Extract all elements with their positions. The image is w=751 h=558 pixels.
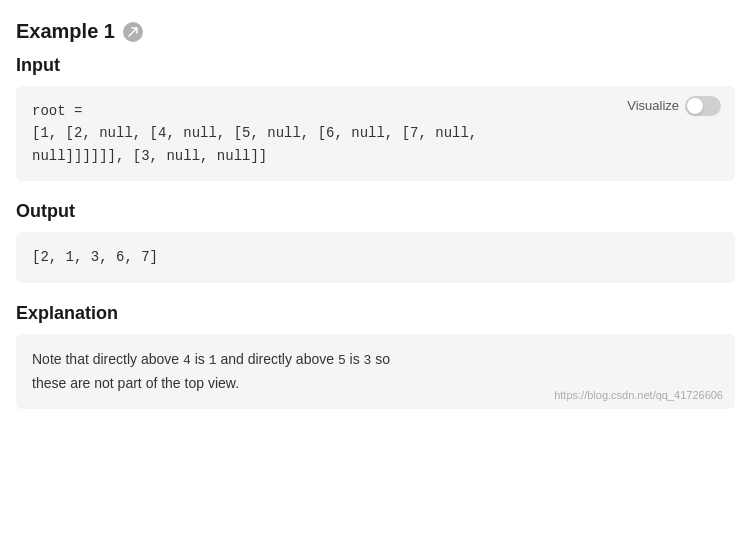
explanation-text-part4: is — [346, 351, 364, 367]
page-wrapper: Example 1 Input Visualize root = [1, [2,… — [16, 20, 735, 409]
explanation-code1: 4 — [183, 353, 191, 368]
explanation-code2: 1 — [209, 353, 217, 368]
explanation-text-part1: Note that directly above — [32, 351, 183, 367]
input-code-line2: [1, [2, null, [4, null, [5, null, [6, nu… — [32, 122, 719, 144]
explanation-label: Explanation — [16, 303, 735, 324]
explanation-code3: 5 — [338, 353, 346, 368]
output-code: [2, 1, 3, 6, 7] — [32, 246, 719, 268]
visualize-control[interactable]: Visualize — [627, 96, 721, 117]
input-code-line1: root = — [32, 100, 719, 122]
output-label: Output — [16, 201, 735, 222]
visualize-label: Visualize — [627, 96, 679, 117]
output-code-block: [2, 1, 3, 6, 7] — [16, 232, 735, 282]
example-header: Example 1 — [16, 20, 735, 43]
input-code-line3: null]]]]]], [3, null, null]] — [32, 145, 719, 167]
input-label: Input — [16, 55, 735, 76]
example-title: Example 1 — [16, 20, 115, 43]
explanation-text-part3: and directly above — [217, 351, 338, 367]
explanation-text-part5: so — [371, 351, 390, 367]
visualize-toggle[interactable] — [685, 96, 721, 116]
link-icon[interactable] — [123, 22, 143, 42]
watermark: https://blog.csdn.net/qq_41726606 — [554, 389, 723, 401]
input-code-block: Visualize root = [1, [2, null, [4, null,… — [16, 86, 735, 181]
explanation-text-part2: is — [191, 351, 209, 367]
explanation-line2: these are not part of the top view. — [32, 375, 239, 391]
